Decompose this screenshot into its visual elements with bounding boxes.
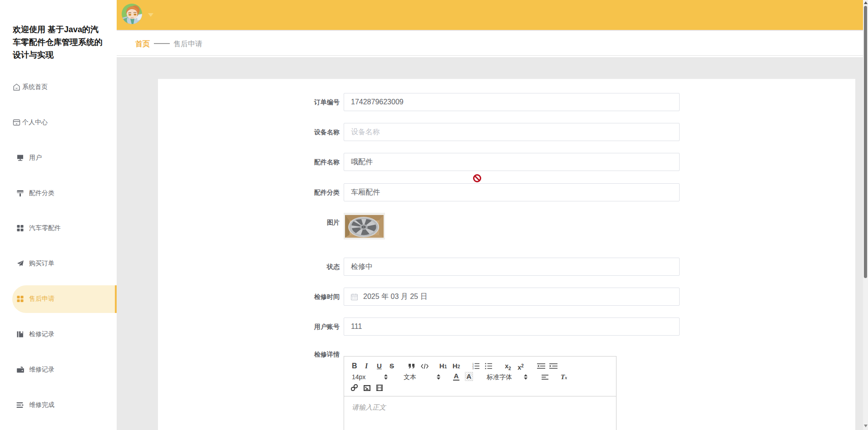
svg-text:3: 3 (473, 367, 474, 370)
